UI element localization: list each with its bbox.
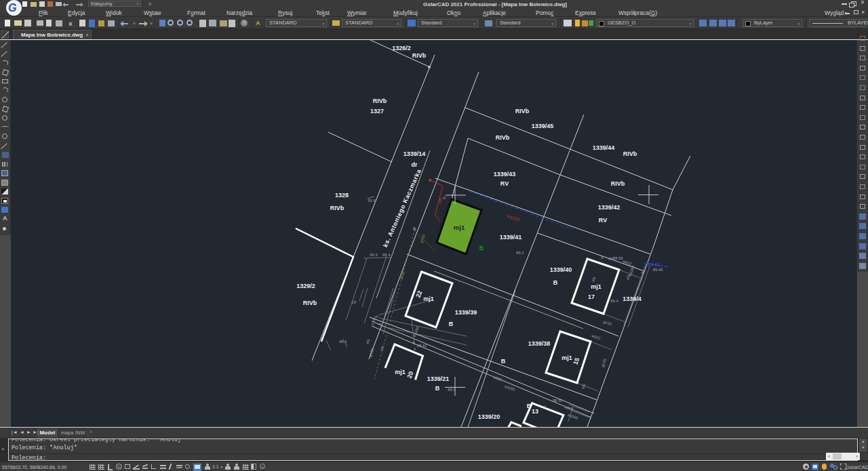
svg-text:1339/14: 1339/14 bbox=[403, 150, 426, 157]
svg-text:1339/42: 1339/42 bbox=[598, 204, 620, 211]
svg-text:eN: eN bbox=[580, 384, 586, 390]
svg-text:89.49: 89.49 bbox=[653, 268, 663, 272]
svg-text:88.1: 88.1 bbox=[339, 340, 347, 344]
svg-text:1339/21: 1339/21 bbox=[427, 375, 450, 382]
svg-text:w032: w032 bbox=[492, 375, 502, 382]
svg-text:66.3: 66.3 bbox=[370, 253, 377, 257]
svg-text:ka160: ka160 bbox=[628, 265, 635, 277]
svg-text:89.1: 89.1 bbox=[516, 251, 524, 255]
svg-text:RIVb: RIVb bbox=[496, 134, 510, 141]
svg-text:22: 22 bbox=[415, 290, 424, 299]
svg-text:1339/45: 1339/45 bbox=[532, 123, 554, 129]
svg-text:gn32: gn32 bbox=[399, 270, 406, 280]
svg-text:1328: 1328 bbox=[335, 192, 349, 199]
svg-text:1327: 1327 bbox=[370, 108, 384, 115]
svg-text:1326/2: 1326/2 bbox=[392, 45, 411, 52]
svg-text:88.5: 88.5 bbox=[448, 388, 455, 392]
svg-text:89.4: 89.4 bbox=[610, 299, 618, 303]
svg-text:B: B bbox=[449, 321, 454, 327]
svg-text:1339/4: 1339/4 bbox=[623, 295, 642, 302]
svg-text:sN: sN bbox=[437, 197, 443, 204]
svg-text:dr: dr bbox=[412, 161, 418, 168]
svg-text:RIVb: RIVb bbox=[303, 300, 317, 306]
svg-text:B: B bbox=[435, 385, 440, 392]
svg-text:B: B bbox=[501, 358, 506, 365]
svg-text:gn32: gn32 bbox=[419, 234, 426, 243]
svg-text:89.48: 89.48 bbox=[648, 262, 660, 267]
svg-text:B: B bbox=[527, 403, 532, 409]
svg-text:RV: RV bbox=[599, 217, 607, 224]
svg-text:gn32: gn32 bbox=[600, 358, 607, 367]
svg-text:mj1: mj1 bbox=[454, 224, 465, 231]
svg-text:1339/40: 1339/40 bbox=[550, 266, 572, 273]
svg-text:1339/39: 1339/39 bbox=[455, 309, 477, 316]
svg-text:ks. Antoniego Kaczmarka: ks. Antoniego Kaczmarka bbox=[382, 167, 422, 248]
svg-text:56.6: 56.6 bbox=[368, 199, 375, 203]
svg-text:g: g bbox=[443, 195, 445, 199]
svg-text:k: k bbox=[601, 255, 604, 260]
svg-text:17: 17 bbox=[588, 293, 595, 300]
svg-text:88.35: 88.35 bbox=[553, 398, 563, 403]
svg-text:eN: eN bbox=[365, 339, 370, 345]
svg-text:mj1: mj1 bbox=[395, 369, 406, 375]
svg-text:w: w bbox=[641, 270, 645, 274]
svg-text:mj1: mj1 bbox=[591, 283, 601, 290]
svg-text:20: 20 bbox=[406, 371, 415, 380]
svg-text:mj1: mj1 bbox=[423, 295, 434, 302]
svg-text:RIVb: RIVb bbox=[373, 98, 387, 104]
svg-text:q: q bbox=[374, 314, 376, 319]
svg-text:1339/44: 1339/44 bbox=[593, 144, 615, 151]
svg-text:1339/38: 1339/38 bbox=[528, 340, 551, 347]
svg-text:15: 15 bbox=[572, 357, 581, 366]
svg-text:k: k bbox=[414, 347, 416, 351]
svg-text:gn32: gn32 bbox=[603, 319, 612, 326]
svg-text:88.42: 88.42 bbox=[417, 344, 427, 348]
svg-text:B: B bbox=[553, 279, 558, 286]
svg-text:eN: eN bbox=[379, 346, 384, 352]
svg-text:ka160: ka160 bbox=[412, 326, 420, 337]
svg-text:1329/2: 1329/2 bbox=[296, 283, 315, 289]
svg-text:w022: w022 bbox=[590, 333, 601, 341]
svg-text:RIVb: RIVb bbox=[611, 180, 625, 187]
svg-text:m: m bbox=[378, 322, 382, 326]
svg-text:B: B bbox=[479, 245, 484, 251]
svg-text:1339/41: 1339/41 bbox=[500, 234, 522, 241]
svg-text:p=88.69: p=88.69 bbox=[608, 256, 623, 260]
svg-text:RIVb: RIVb bbox=[330, 205, 344, 211]
svg-text:86.4: 86.4 bbox=[382, 253, 391, 257]
svg-text:RIVb: RIVb bbox=[623, 150, 637, 157]
svg-text:eN: eN bbox=[591, 277, 596, 283]
svg-text:k: k bbox=[545, 405, 547, 409]
svg-text:13: 13 bbox=[532, 408, 538, 415]
svg-text:1339/43: 1339/43 bbox=[494, 171, 516, 178]
svg-text:1339/20: 1339/20 bbox=[478, 413, 500, 420]
svg-text:19': 19' bbox=[351, 300, 357, 304]
svg-text:gn32: gn32 bbox=[368, 348, 374, 357]
svg-text:RV: RV bbox=[500, 180, 509, 187]
svg-text:RIVb: RIVb bbox=[412, 52, 427, 59]
svg-text:9: 9 bbox=[413, 228, 415, 232]
svg-text:mj1: mj1 bbox=[561, 354, 572, 361]
svg-text:ka160: ka160 bbox=[507, 213, 520, 222]
svg-text:RIVb: RIVb bbox=[515, 108, 530, 115]
